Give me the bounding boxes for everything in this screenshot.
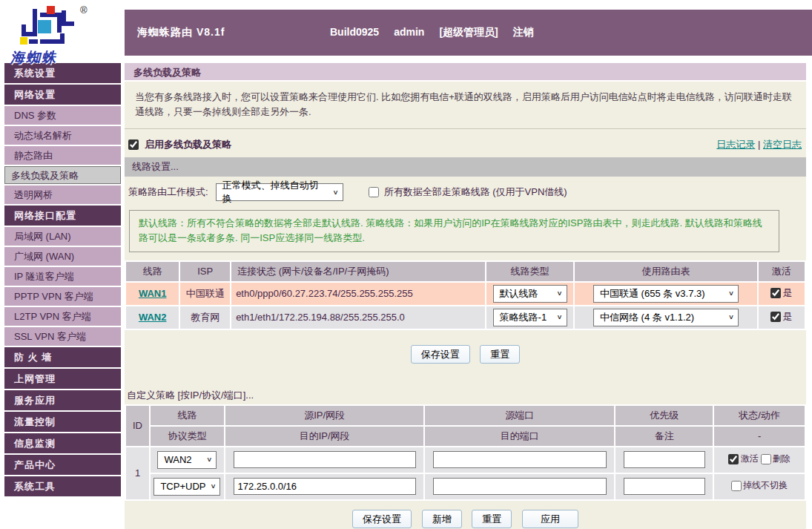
policy-line-select[interactable]: WAN2 ∨ (157, 451, 217, 469)
chevron-down-icon: ∨ (728, 289, 734, 297)
chevron-down-icon: ∨ (210, 482, 216, 490)
default-line-note: 默认线路：所有不符合策略的数据将全部走默认线路. 策略线路：如果用户访问的IP在… (129, 210, 779, 252)
registered-mark: ® (80, 4, 88, 16)
enable-multiline-checkbox[interactable] (128, 139, 139, 150)
wan2-active-checkbox[interactable] (770, 312, 781, 322)
wan1-isp: 中国联通 (179, 282, 231, 306)
wan1-route-table-select[interactable]: 中国联通 (655 条 v3.7.3) ∨ (593, 285, 739, 303)
policy-header-row2: 协议类型 目的IP/网段 目的端口 备注 - (125, 426, 805, 447)
sidebar-item-firewall[interactable]: 防 火 墙 (4, 347, 121, 367)
wan2-link[interactable]: WAN2 (139, 312, 167, 323)
reset-button[interactable]: 重置 (472, 510, 512, 528)
col-src-ip: 源IP/网段 (225, 405, 425, 426)
col-isp: ISP (179, 261, 231, 282)
policy-mode-select[interactable]: 正常模式、掉线自动切换 ∨ (216, 183, 343, 201)
priority-input[interactable] (624, 451, 705, 468)
custom-policy-title: 自定义策略 [按IP/协议/端口]... (127, 389, 806, 402)
col-line: 线路 (125, 261, 179, 282)
wan2-active-label: 是 (770, 310, 792, 323)
dst-port-input[interactable] (433, 478, 607, 495)
page-description: 当您有多条线路接入时，您可以设置策略来合理使用它们. 比如您拥有电信+联通的双线… (125, 82, 806, 129)
sidebar-item-l2tp-vpn-client[interactable]: L2TP VPN 客户端 (4, 307, 121, 326)
log-record-link[interactable]: 日志记录 (716, 139, 755, 150)
sidebar-item-interface-config[interactable]: 网络接口配置 (4, 206, 121, 226)
spider-logo-icon: ® (10, 3, 90, 49)
sidebar-item-wan[interactable]: 广域网 (WAN) (4, 247, 121, 266)
apply-button[interactable]: 应用 (522, 510, 578, 528)
sidebar-item-internet-mgmt[interactable]: 上网管理 (4, 369, 121, 389)
remark-input[interactable] (624, 478, 705, 495)
clear-log-link[interactable]: 清空日志 (763, 139, 802, 150)
wan1-active-checkbox[interactable] (770, 288, 781, 298)
sidebar-item-ssl-vpn-client[interactable]: SSL VPN 客户端 (4, 327, 121, 346)
sidebar-item-static-route[interactable]: 静态路由 (4, 146, 121, 165)
col-line: 线路 (150, 405, 225, 426)
policy-nofailover-label: 掉线不切换 (731, 479, 788, 492)
build-version: Build0925 (330, 26, 379, 39)
policy-delete-label: 删除 (761, 453, 790, 465)
lines-table: 线路 ISP 连接状态 (网卡/设备名/IP/子网掩码) 线路类型 使用路由表 … (125, 260, 806, 330)
chevron-down-icon: ∨ (557, 313, 563, 321)
policy-delete-checkbox[interactable] (761, 454, 771, 464)
logout-link[interactable]: 注销 (513, 26, 534, 39)
sidebar-item-service-apps[interactable]: 服务应用 (4, 390, 121, 410)
sidebar-item-multiline-policy[interactable]: 多线负载及策略 (4, 166, 121, 184)
save-settings-button[interactable]: 保存设置 (352, 510, 412, 528)
col-active: 激活 (758, 261, 805, 282)
col-priority: 优先级 (615, 405, 713, 426)
sidebar-item-pptp-vpn-client[interactable]: PPTP VPN 客户端 (4, 287, 121, 306)
wan2-line-type-select[interactable]: 策略线路-1 ∨ (493, 309, 567, 326)
col-src-port: 源端口 (424, 405, 615, 426)
top-header-bar: 海蜘蛛路由 V8.1f Build0925 admin [超级管理员] 注销 (125, 10, 812, 56)
src-ip-input[interactable] (234, 451, 416, 468)
col-route-table: 使用路由表 (574, 261, 758, 282)
policy-row-id: 1 (125, 447, 150, 500)
col-protocol: 协议类型 (150, 426, 225, 447)
chevron-down-icon: ∨ (333, 188, 339, 196)
dst-ip-input[interactable] (234, 478, 416, 495)
sidebar-item-ip-tunnel-client[interactable]: IP 隧道客户端 (4, 267, 121, 286)
policy-protocol-select[interactable]: TCP+UDP ∨ (154, 478, 220, 496)
col-status: 连接状态 (网卡/设备名/IP/子网掩码) (231, 261, 486, 282)
wan2-route-table-select[interactable]: 中信网络 (4 条 v1.1.2) ∨ (593, 309, 739, 326)
page-title: 多线负载及策略 (125, 63, 806, 82)
sidebar-item-dns-params[interactable]: DNS 参数 (4, 106, 121, 125)
wan1-status: eth0/ppp0/60.27.223.74/255.255.255.255 (231, 282, 486, 306)
src-port-input[interactable] (433, 451, 607, 468)
col-dash: - (713, 426, 805, 447)
col-line-type: 线路类型 (486, 261, 574, 282)
sidebar-item-lan[interactable]: 局域网 (LAN) (4, 227, 121, 246)
col-status-action: 状态/动作 (713, 405, 805, 426)
custom-policy-table: ID 线路 源IP/网段 源端口 优先级 状态/动作 协议类型 目的IP/网段 … (125, 404, 806, 501)
wan1-link[interactable]: WAN1 (139, 288, 167, 299)
add-button[interactable]: 新增 (422, 510, 462, 528)
sidebar-item-traffic-control[interactable]: 流量控制 (4, 412, 121, 432)
save-settings-button[interactable]: 保存设置 (411, 345, 470, 364)
right-column: 海蜘蛛路由 V8.1f Build0925 admin [超级管理员] 注销 多… (125, 0, 812, 529)
col-remark: 备注 (615, 426, 713, 447)
policy-active-checkbox[interactable] (728, 454, 739, 464)
policy-nofailover-checkbox[interactable] (731, 481, 742, 491)
sidebar-item-network-settings[interactable]: 网络设置 (4, 85, 121, 105)
sidebar-item-system-tools[interactable]: 系统工具 (4, 476, 121, 496)
log-links: 日志记录 | 清空日志 (716, 138, 802, 151)
sidebar-item-product-center[interactable]: 产品中心 (4, 455, 121, 475)
router-admin-app: ® 海蜘蛛 系统设置 网络设置 DNS 参数 动态域名解析 静态路由 多线负载及… (0, 0, 812, 529)
col-dst-port: 目的端口 (424, 426, 615, 447)
table-row-wan1: WAN1 中国联通 eth0/ppp0/60.27.223.74/255.255… (125, 282, 805, 306)
reset-button[interactable]: 重置 (480, 345, 520, 364)
line-buttons-row: 保存设置 重置 (125, 345, 806, 364)
policy-row-1a: 1 WAN2 ∨ 激活 (125, 447, 805, 473)
sidebar: 系统设置 网络设置 DNS 参数 动态域名解析 静态路由 多线负载及策略 透明网… (0, 63, 125, 496)
policy-active-label: 激活 (728, 453, 758, 465)
sidebar-item-transparent-bridge[interactable]: 透明网桥 (4, 185, 121, 204)
vpn-only-checkbox[interactable] (369, 187, 379, 197)
enable-multiline-label: 启用多线负载及策略 (128, 138, 231, 151)
sidebar-item-info-monitor[interactable]: 信息监测 (4, 433, 121, 453)
wan1-line-type-select[interactable]: 默认线路 ∨ (493, 285, 567, 303)
table-row-wan2: WAN2 教育网 eth1/eth1/172.25.194.88/255.255… (125, 306, 805, 329)
sidebar-item-ddns[interactable]: 动态域名解析 (4, 126, 121, 145)
logo: ® 海蜘蛛 (0, 0, 125, 63)
policy-buttons-row: 保存设置 新增 重置 应用 (125, 510, 806, 528)
wan1-active-label: 是 (770, 286, 792, 300)
